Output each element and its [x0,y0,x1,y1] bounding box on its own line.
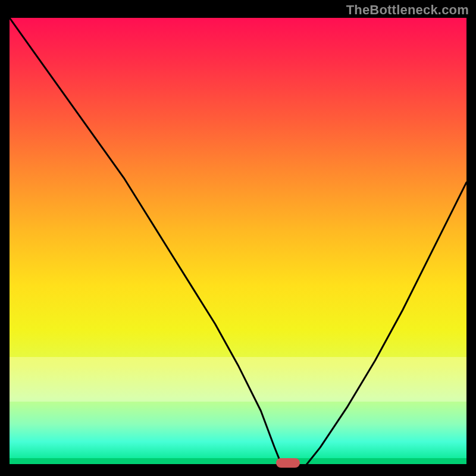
chart-stage: TheBottleneck.com [0,0,476,476]
watermark-label: TheBottleneck.com [346,2,469,18]
plot-area [10,18,466,464]
bottleneck-curve [10,18,466,475]
optimal-marker [276,458,300,468]
